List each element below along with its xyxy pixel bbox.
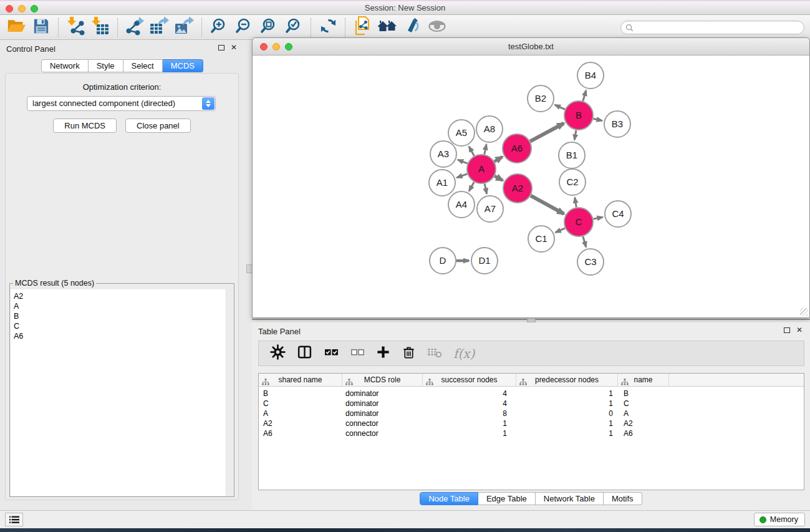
tab-select[interactable]: Select [123, 59, 163, 72]
node-A[interactable]: A [467, 155, 496, 183]
column-header-name[interactable]: name [618, 374, 669, 386]
import-network-button[interactable] [63, 17, 88, 38]
node-D1[interactable]: D1 [471, 248, 498, 274]
table-row[interactable]: A6connector11A6 [259, 428, 804, 438]
search-input[interactable] [620, 21, 804, 34]
close-panel-icon[interactable]: ✕ [231, 44, 237, 51]
zoom-selected-button[interactable] [281, 17, 306, 38]
delete-columns-button[interactable] [402, 345, 416, 362]
tab-network-table[interactable]: Network Table [536, 492, 604, 505]
zoom-fit-button[interactable] [256, 17, 281, 38]
mcds-result-item[interactable]: C [11, 321, 233, 331]
node-B2[interactable]: B2 [528, 85, 554, 112]
task-history-button[interactable] [5, 513, 23, 526]
mcds-result-item[interactable]: A [11, 301, 233, 311]
save-session-button[interactable] [29, 17, 54, 38]
node-A5[interactable]: A5 [448, 120, 475, 146]
minimize-window-icon[interactable] [18, 5, 26, 12]
zoom-out-button[interactable] [231, 17, 256, 38]
node-B4[interactable]: B4 [577, 62, 604, 89]
node-A1[interactable]: A1 [429, 170, 455, 196]
node-A8[interactable]: A8 [476, 116, 503, 142]
mcds-result-item[interactable]: B [11, 311, 233, 321]
edge-A-A2[interactable] [494, 176, 503, 180]
edge-A-A1[interactable] [457, 174, 468, 178]
window-resize-grip[interactable] [800, 308, 808, 316]
network-window-titlebar[interactable]: testGlobe.txt [253, 38, 809, 56]
mcds-result-scrollbar[interactable] [226, 289, 233, 496]
edge-A-A7[interactable] [485, 183, 487, 193]
select-all-columns-button[interactable] [324, 346, 339, 362]
edge-A6-B[interactable] [530, 123, 564, 142]
edge-C-C2[interactable] [575, 198, 576, 208]
node-A4[interactable]: A4 [448, 191, 475, 218]
node-A3[interactable]: A3 [430, 141, 456, 167]
edge-A-A6[interactable] [494, 157, 503, 162]
network-canvas[interactable]: B4B2BB3A8A5A6A3B1AC2A1A2A4A7C4CC1DD1C3 [253, 56, 809, 317]
node-B[interactable]: B [564, 101, 593, 130]
column-header-predecessor-nodes[interactable]: predecessor nodes [516, 374, 618, 386]
refresh-layout-button[interactable] [316, 17, 340, 38]
zoom-in-button[interactable] [206, 17, 231, 38]
table-row[interactable]: Bdominator41B [259, 389, 804, 399]
tab-network[interactable]: Network [41, 59, 89, 72]
node-B3[interactable]: B3 [604, 111, 630, 137]
add-column-button[interactable] [376, 345, 390, 362]
mcds-result-item[interactable]: A6 [11, 331, 233, 341]
split-columns-button[interactable] [297, 344, 312, 362]
float-panel-icon[interactable] [218, 45, 224, 51]
close-panel-button[interactable]: Close panel [125, 118, 191, 133]
network-close-icon[interactable] [260, 43, 268, 51]
edge-B-B1[interactable] [574, 130, 576, 140]
node-C4[interactable]: C4 [605, 201, 631, 227]
edge-A-A8[interactable] [485, 144, 486, 154]
export-network-button[interactable] [122, 17, 147, 38]
float-table-panel-icon[interactable] [784, 327, 790, 333]
column-header-MCDS-role[interactable]: MCDS role [342, 374, 423, 386]
edge-A-A5[interactable] [469, 147, 474, 156]
node-D[interactable]: D [430, 248, 456, 274]
node-C3[interactable]: C3 [577, 249, 604, 275]
style-highlight-button[interactable] [400, 17, 425, 38]
deselect-all-columns-button[interactable] [350, 346, 365, 361]
open-session-button[interactable] [4, 17, 29, 38]
tab-mcds[interactable]: MCDS [163, 59, 203, 72]
close-window-icon[interactable] [6, 5, 13, 12]
node-C2[interactable]: C2 [559, 169, 586, 195]
edge-C-C3[interactable] [583, 236, 586, 247]
tab-style[interactable]: Style [89, 59, 123, 72]
column-header-successor-nodes[interactable]: successor nodes [423, 374, 516, 386]
edge-A2-C[interactable] [531, 196, 564, 214]
export-table-button[interactable] [147, 17, 172, 38]
edge-B-B2[interactable] [555, 105, 565, 109]
table-row[interactable]: Cdominator41C [259, 399, 804, 409]
node-B1[interactable]: B1 [559, 142, 585, 168]
tab-motifs[interactable]: Motifs [604, 492, 642, 505]
edge-A-A3[interactable] [458, 160, 467, 163]
import-table-button[interactable] [88, 17, 113, 38]
table-row[interactable]: Adominator80A [259, 409, 804, 418]
export-image-button[interactable] [172, 17, 197, 38]
node-A7[interactable]: A7 [477, 196, 503, 222]
close-table-panel-icon[interactable]: ✕ [796, 327, 803, 333]
network-zoom-icon[interactable] [285, 43, 292, 51]
node-A6[interactable]: A6 [503, 134, 531, 163]
duplicate-network-button[interactable] [350, 17, 375, 38]
mcds-result-item[interactable]: A2 [11, 291, 233, 301]
node-C[interactable]: C [564, 208, 593, 236]
tab-node-table[interactable]: Node Table [420, 492, 478, 505]
node-C1[interactable]: C1 [528, 226, 554, 252]
run-mcds-button[interactable]: Run MCDS [53, 118, 117, 133]
edge-C-C4[interactable] [594, 217, 603, 219]
edge-C-C1[interactable] [556, 228, 565, 233]
optimization-criterion-dropdown[interactable]: largest connected component (directed) [27, 96, 216, 111]
horizontal-split-grip[interactable] [527, 317, 536, 322]
show-graphics-details-button[interactable] [425, 17, 450, 38]
table-settings-button[interactable] [270, 344, 286, 362]
memory-button[interactable]: Memory [754, 513, 805, 526]
zoom-window-icon[interactable] [31, 5, 38, 12]
network-minimize-icon[interactable] [272, 43, 280, 51]
node-A2[interactable]: A2 [503, 174, 532, 203]
tab-edge-table[interactable]: Edge Table [478, 492, 536, 505]
edge-B-B4[interactable] [583, 90, 586, 101]
